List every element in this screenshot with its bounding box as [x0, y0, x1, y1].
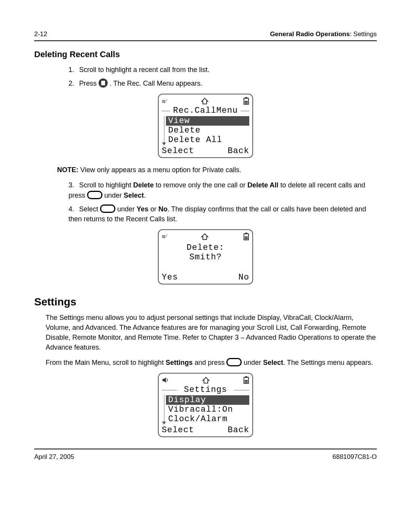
menu-item-display: Display — [166, 395, 249, 405]
svg-rect-1 — [245, 97, 247, 98]
confirm-line-2: Smith? — [162, 252, 249, 262]
footer-rule — [34, 449, 377, 449]
home-icon — [201, 233, 209, 240]
menu-item-view: View — [166, 116, 249, 126]
signal-icon: ≡⁄ — [162, 233, 166, 240]
softkey-button-icon — [87, 191, 102, 199]
menu-item-delete-all: Delete All — [166, 135, 249, 145]
battery-icon — [243, 233, 249, 240]
speaker-icon — [162, 377, 169, 383]
step-4: 4.Select under Yes or No. The display co… — [68, 204, 377, 224]
softkey-select: Select — [162, 146, 194, 156]
svg-rect-7 — [245, 238, 248, 239]
settings-navigation: From the Main Menu, scroll to highlight … — [46, 358, 377, 367]
device-screen-rec-call-menu: ≡⁄ Rec.CallMenu View Delete Delete All S… — [158, 94, 253, 158]
menu-item-delete: Delete — [166, 126, 249, 135]
section-path: General Radio Operations: Settings — [270, 30, 377, 38]
footer-date: April 27, 2005 — [34, 453, 74, 461]
menu-item-vibracall: Vibracall:On — [166, 405, 249, 414]
steps-list-b: 3.Scroll to highlight Delete to remove o… — [68, 180, 377, 224]
softkey-select: Select — [162, 425, 194, 435]
step-3: 3.Scroll to highlight Delete to remove o… — [68, 180, 377, 200]
home-icon — [201, 97, 209, 104]
page-header: 2-12 General Radio Operations: Settings — [34, 30, 377, 38]
softkey-back: Back — [228, 425, 249, 435]
footer-doc-number: 6881097C81-O — [333, 453, 377, 461]
menu-item-clock-alarm: Clock/Alarm — [166, 414, 249, 424]
settings-description: The Settings menu allows you to adjust p… — [46, 313, 377, 352]
confirm-line-1: Delete: — [162, 243, 249, 252]
menu-button-icon — [99, 78, 108, 88]
battery-icon — [243, 97, 249, 105]
page-footer: April 27, 2005 6881097C81-O — [34, 453, 377, 461]
signal-icon: ≡⁄ — [162, 97, 166, 105]
svg-rect-10 — [245, 380, 248, 381]
note-paragraph: NOTE: View only appears as a menu option… — [57, 165, 377, 175]
svg-rect-6 — [245, 236, 248, 238]
device-screen-settings: Settings Display Vibracall:On Clock/Alar… — [158, 373, 253, 437]
step-1: 1.Scroll to highlight a recent call from… — [68, 65, 377, 75]
softkey-button-icon — [100, 204, 115, 213]
scroll-down-arrow-icon — [162, 142, 166, 145]
svg-rect-3 — [245, 102, 248, 104]
home-icon — [202, 377, 210, 383]
softkey-button-icon — [226, 358, 242, 366]
svg-rect-5 — [245, 233, 247, 234]
header-rule — [34, 40, 377, 41]
steps-list-a: 1.Scroll to highlight a recent call from… — [68, 65, 377, 88]
scroll-down-arrow-icon — [162, 422, 166, 425]
svg-rect-2 — [245, 101, 248, 102]
svg-rect-11 — [245, 382, 248, 383]
heading-deleting-recent-calls: Deleting Recent Calls — [34, 50, 377, 59]
battery-icon — [243, 376, 249, 384]
softkey-back: Back — [228, 146, 249, 156]
svg-rect-9 — [245, 376, 247, 377]
softkey-yes: Yes — [162, 273, 178, 282]
device-screen-delete-confirm: ≡⁄ Delete: Smith? Yes No — [158, 229, 253, 284]
step-2: 2.Press . The Rec. Call Menu appears. — [68, 78, 377, 88]
heading-settings: Settings — [34, 296, 377, 308]
page-number: 2-12 — [34, 30, 47, 38]
softkey-no: No — [239, 273, 249, 282]
